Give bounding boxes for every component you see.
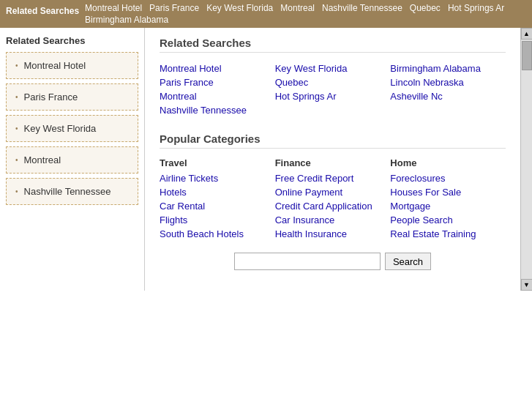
category-link[interactable]: Hotels: [160, 185, 275, 199]
related-link[interactable]: Asheville Nc: [390, 89, 506, 103]
sidebar-item-link[interactable]: Nashville Tennessee: [24, 186, 111, 197]
topbar-link-birmingham-alabama[interactable]: Birmingham Alabama: [85, 15, 168, 25]
related-link[interactable]: Nashville Tennessee: [160, 103, 275, 117]
category-link[interactable]: Mortgage: [390, 199, 506, 213]
related-link[interactable]: Lincoln Nebraska: [390, 75, 506, 89]
category-link[interactable]: Online Payment: [275, 185, 391, 199]
related-searches-grid: Montreal HotelParis FranceMontrealNashvi…: [160, 61, 506, 118]
scroll-down-button[interactable]: ▼: [521, 279, 533, 291]
sidebar-item[interactable]: •Paris France: [6, 83, 138, 111]
related-col: Montreal HotelParis FranceMontrealNashvi…: [160, 61, 275, 118]
topbar-link-nashville-tennessee[interactable]: Nashville Tennessee: [322, 3, 402, 13]
related-link[interactable]: Montreal: [160, 89, 275, 103]
category-heading: Home: [390, 157, 506, 168]
related-searches-title: Related Searches: [160, 37, 506, 53]
sidebar-item[interactable]: •Nashville Tennessee: [6, 178, 138, 205]
sidebar-item[interactable]: •Montreal: [6, 146, 138, 174]
top-navigation-bar: Related Searches Montreal HotelParis Fra…: [0, 0, 532, 28]
scrollbar[interactable]: ▲ ▼: [520, 28, 532, 291]
topbar-link-paris-france[interactable]: Paris France: [149, 3, 199, 13]
topbar-nav-links: Montreal HotelParis FranceKey West Flori…: [85, 3, 526, 25]
category-link[interactable]: Houses For Sale: [390, 185, 506, 199]
related-link[interactable]: Key West Florida: [275, 61, 391, 75]
topbar-label: Related Searches: [6, 3, 79, 16]
category-link[interactable]: Free Credit Report: [275, 171, 391, 185]
bullet-icon: •: [15, 93, 18, 101]
sidebar-item[interactable]: •Key West Florida: [6, 115, 138, 142]
category-link[interactable]: Flights: [160, 213, 275, 227]
page-wrapper: Related Searches •Montreal Hotel•Paris F…: [0, 28, 532, 291]
main-content: Related Searches Montreal HotelParis Fra…: [145, 28, 520, 291]
related-link[interactable]: Birmingham Alabama: [390, 61, 506, 75]
category-link[interactable]: Real Estate Training: [390, 227, 506, 241]
category-link[interactable]: Foreclosures: [390, 171, 506, 185]
related-link[interactable]: Hot Springs Ar: [275, 89, 391, 103]
sidebar: Related Searches •Montreal Hotel•Paris F…: [0, 28, 145, 291]
categories-grid: TravelAirline TicketsHotelsCar RentalFli…: [160, 157, 506, 241]
topbar-link-hot-springs-ar[interactable]: Hot Springs Ar: [448, 3, 504, 13]
category-column: TravelAirline TicketsHotelsCar RentalFli…: [160, 157, 275, 241]
related-col: Birmingham AlabamaLincoln NebraskaAshevi…: [390, 61, 506, 118]
related-link[interactable]: Quebec: [275, 75, 391, 89]
category-link[interactable]: Car Rental: [160, 199, 275, 213]
category-link[interactable]: Airline Tickets: [160, 171, 275, 185]
topbar-link-quebec[interactable]: Quebec: [410, 3, 441, 13]
bullet-icon: •: [15, 61, 18, 70]
category-link[interactable]: People Search: [390, 213, 506, 227]
scroll-up-button[interactable]: ▲: [521, 28, 533, 40]
related-link[interactable]: Paris France: [160, 75, 275, 89]
bullet-icon: •: [15, 124, 18, 133]
category-link[interactable]: Credit Card Application: [275, 199, 391, 213]
topbar-link-montreal[interactable]: Montreal: [280, 3, 315, 13]
sidebar-item[interactable]: •Montreal Hotel: [6, 52, 138, 79]
search-bar: Search: [160, 241, 506, 282]
related-link[interactable]: Montreal Hotel: [160, 61, 275, 75]
scroll-thumb[interactable]: [522, 41, 532, 70]
sidebar-item-link[interactable]: Key West Florida: [24, 123, 97, 134]
bullet-icon: •: [15, 156, 18, 164]
related-col: Key West FloridaQuebecHot Springs Ar: [275, 61, 391, 118]
category-column: HomeForeclosuresHouses For SaleMortgageP…: [390, 157, 506, 241]
topbar-link-key-west-florida[interactable]: Key West Florida: [206, 3, 273, 13]
topbar-link-montreal-hotel[interactable]: Montreal Hotel: [85, 3, 142, 13]
category-heading: Travel: [160, 157, 275, 168]
category-link[interactable]: South Beach Hotels: [160, 227, 275, 241]
popular-categories-title: Popular Categories: [160, 133, 506, 149]
category-link[interactable]: Car Insurance: [275, 213, 391, 227]
sidebar-item-link[interactable]: Montreal: [24, 154, 61, 165]
bullet-icon: •: [15, 187, 18, 195]
category-column: FinanceFree Credit ReportOnline PaymentC…: [275, 157, 391, 241]
search-button[interactable]: Search: [385, 253, 431, 270]
sidebar-item-link[interactable]: Montreal Hotel: [24, 60, 86, 71]
sidebar-item-link[interactable]: Paris France: [24, 92, 78, 102]
category-link[interactable]: Health Insurance: [275, 227, 391, 241]
category-heading: Finance: [275, 157, 391, 168]
sidebar-title: Related Searches: [6, 35, 138, 46]
search-input[interactable]: [234, 253, 381, 270]
